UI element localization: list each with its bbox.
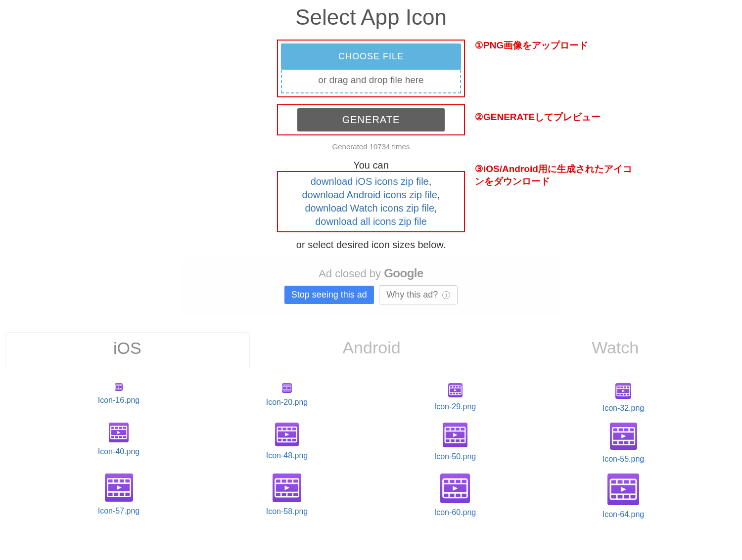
generate-button[interactable]: GENERATE: [297, 108, 445, 131]
why-this-ad-button[interactable]: Why this ad? i: [379, 285, 458, 304]
film-icon: [607, 474, 639, 505]
icon-download-link[interactable]: Icon-60.png: [371, 508, 539, 517]
you-can-label: You can: [277, 160, 465, 171]
annotation-1: ①PNG画像をアップロード: [475, 40, 633, 52]
svg-marker-29: [454, 389, 457, 391]
icon-download-link[interactable]: Icon-29.png: [371, 402, 539, 411]
svg-marker-79: [621, 434, 626, 438]
film-icon: [440, 474, 470, 503]
choose-file-button[interactable]: CHOOSE FILE: [281, 43, 461, 70]
platform-tabs-section: iOS Android Watch Icon-16.png Icon-20.pn…: [5, 332, 737, 529]
icon-download-link[interactable]: Icon-64.png: [539, 510, 707, 519]
page-title: Select App Icon: [0, 5, 742, 30]
icon-download-link[interactable]: Icon-50.png: [371, 452, 539, 461]
generate-section: GENERATE: [277, 104, 465, 135]
icon-grid: Icon-16.png Icon-20.png Icon-29.png Icon…: [5, 368, 737, 529]
icon-download-link[interactable]: Icon-57.png: [35, 507, 203, 516]
film-icon: [282, 383, 292, 393]
svg-marker-59: [285, 432, 289, 436]
svg-marker-109: [453, 486, 458, 490]
icon-download-link[interactable]: Icon-32.png: [539, 404, 707, 413]
film-icon: [448, 383, 463, 397]
stop-seeing-ad-button[interactable]: Stop seeing this ad: [284, 286, 374, 304]
tab-watch[interactable]: Watch: [493, 332, 737, 368]
svg-marker-39: [622, 390, 625, 392]
icon-cell: Icon-57.png: [35, 474, 203, 519]
icon-cell: Icon-16.png: [35, 383, 203, 413]
info-icon: i: [442, 291, 450, 299]
or-select-label: or select desired icon sizes below.: [277, 239, 465, 251]
download-links-section: download iOS icons zip file, download An…: [277, 171, 465, 232]
download-ios-link[interactable]: download iOS icons zip file: [311, 176, 429, 187]
icon-download-link[interactable]: Icon-48.png: [203, 451, 371, 460]
download-all-link[interactable]: download all icons zip file: [315, 216, 427, 227]
drag-drop-area[interactable]: or drag and drop file here: [281, 70, 461, 93]
svg-marker-9: [118, 387, 120, 388]
film-icon: [615, 383, 631, 399]
download-android-link[interactable]: download Android icons zip file: [302, 189, 437, 200]
icon-download-link[interactable]: Icon-20.png: [203, 398, 371, 407]
icon-download-link[interactable]: Icon-58.png: [203, 507, 371, 516]
svg-marker-89: [117, 485, 122, 490]
film-icon: [273, 474, 301, 502]
film-icon: [109, 423, 129, 442]
icon-cell: Icon-20.png: [203, 383, 371, 413]
icon-cell: Icon-29.png: [371, 383, 539, 413]
annotation-2: ②GENERATEしてプレビュー: [475, 111, 633, 124]
tab-ios[interactable]: iOS: [5, 332, 250, 368]
ad-banner: Ad closed by Google Stop seeing this ad …: [181, 258, 561, 315]
svg-marker-69: [453, 433, 458, 437]
icon-cell: Icon-50.png: [371, 423, 539, 464]
icon-download-link[interactable]: Icon-16.png: [35, 396, 203, 405]
icon-cell: Icon-48.png: [203, 423, 371, 464]
icon-cell: Icon-32.png: [539, 383, 707, 413]
tab-android[interactable]: Android: [250, 332, 494, 368]
icon-cell: Icon-40.png: [35, 423, 203, 464]
film-icon: [115, 383, 123, 391]
film-icon: [610, 423, 637, 450]
ad-closed-text: Ad closed by Google: [181, 266, 561, 280]
svg-marker-99: [284, 485, 289, 490]
svg-marker-49: [117, 431, 121, 434]
icon-cell: Icon-64.png: [539, 474, 707, 519]
icon-download-link[interactable]: Icon-55.png: [539, 455, 707, 464]
film-icon: [105, 474, 133, 502]
upload-section: CHOOSE FILE or drag and drop file here: [277, 40, 465, 97]
film-icon: [443, 423, 467, 447]
annotation-3: ③iOS/Android用に生成されたアイコンをダウンロード: [475, 163, 633, 187]
icon-cell: Icon-58.png: [203, 474, 371, 519]
download-watch-link[interactable]: download Watch icons zip file: [305, 203, 434, 214]
svg-marker-119: [621, 487, 626, 492]
icon-cell: Icon-60.png: [371, 474, 539, 519]
icon-cell: Icon-55.png: [539, 423, 707, 464]
google-logo-text: Google: [384, 266, 423, 280]
film-icon: [275, 423, 299, 446]
generated-count: Generated 10734 times: [277, 142, 465, 151]
icon-download-link[interactable]: Icon-40.png: [35, 447, 203, 456]
svg-marker-19: [286, 387, 287, 388]
